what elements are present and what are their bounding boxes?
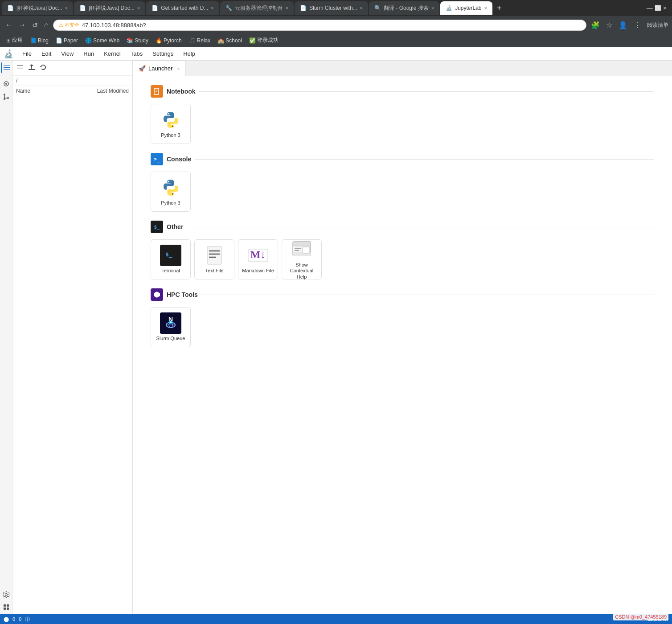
- browser-tab-3[interactable]: 📄 Get started with D... ×: [146, 1, 219, 15]
- tab2-close[interactable]: ×: [137, 5, 140, 11]
- console-divider: [195, 159, 654, 160]
- bookmark-paper[interactable]: 📄 Paper: [53, 37, 81, 45]
- forward-button[interactable]: →: [17, 19, 28, 31]
- file-list: [12, 96, 132, 614]
- menu-file[interactable]: File: [18, 49, 36, 59]
- contextual-help-card[interactable]: Show Contextual Help: [282, 239, 322, 279]
- reader-mode-label[interactable]: 阅读清单: [647, 21, 668, 29]
- bookmark-study[interactable]: 📚 Study: [124, 37, 151, 45]
- tab7-close[interactable]: ×: [484, 5, 487, 11]
- markdown-file-icon: M↓: [247, 245, 269, 266]
- tab7-label: JupyterLab: [455, 5, 481, 11]
- back-button[interactable]: ←: [4, 19, 14, 31]
- browser-tab-2[interactable]: 📄 [狂神说Java] Doc... ×: [74, 1, 145, 15]
- browser-tab-5[interactable]: 📄 Slurm Cluster with... ×: [295, 1, 368, 15]
- bookmarks-bar: ⊞ 应用 📘 Blog 📄 Paper 🌐 Some Web 📚 Study 🔥…: [0, 34, 672, 47]
- bookmark-some-web[interactable]: 🌐 Some Web: [82, 37, 122, 45]
- tab5-label: Slurm Cluster with...: [309, 5, 357, 11]
- profile-button[interactable]: 👤: [617, 19, 629, 31]
- status-bar: ⬤ 0 0 ⓘ Launcher: [0, 614, 672, 624]
- paper-icon: 📄: [56, 37, 62, 44]
- sidebar-extension-icon[interactable]: [1, 602, 12, 612]
- python3-notebook-icon: [160, 109, 181, 131]
- tab3-close[interactable]: ×: [211, 5, 213, 11]
- tab1-label: [狂神说Java] Doc...: [16, 4, 62, 12]
- python3-notebook-card[interactable]: Python 3: [151, 104, 191, 144]
- sidebar-git-icon[interactable]: [1, 91, 12, 102]
- browser-tab-6[interactable]: 🔍 翻译 - Google 搜索 ×: [369, 1, 439, 15]
- text-file-label: Text File: [205, 268, 224, 274]
- tab2-label: [狂神说Java] Doc...: [89, 4, 135, 12]
- menu-view[interactable]: View: [57, 49, 78, 59]
- sidebar-files-icon[interactable]: [1, 62, 12, 73]
- login-label: 登录成功: [257, 37, 279, 44]
- python3-console-card[interactable]: Python 3: [151, 172, 191, 212]
- text-file-card[interactable]: Text File: [194, 239, 234, 279]
- status-zero1: 0: [12, 616, 15, 622]
- hpc-section-icon: [151, 288, 163, 301]
- svg-point-36: [170, 321, 172, 323]
- tab7-favicon: 🔬: [446, 5, 452, 11]
- browser-tab-7[interactable]: 🔬 JupyterLab ×: [440, 1, 492, 15]
- svg-rect-7: [7, 608, 9, 610]
- tab-bar: 📄 [狂神说Java] Doc... × 📄 [狂神说Java] Doc... …: [0, 0, 672, 16]
- svg-rect-4: [4, 604, 6, 607]
- menu-settings[interactable]: Settings: [148, 49, 178, 59]
- bookmark-login[interactable]: ✅ 登录成功: [246, 36, 281, 45]
- menu-kernel[interactable]: Kernel: [99, 49, 125, 59]
- tab5-close[interactable]: ×: [360, 5, 363, 11]
- menu-edit[interactable]: Edit: [37, 49, 56, 59]
- console-section-header: >_ Console: [151, 153, 654, 165]
- upload-button[interactable]: [27, 62, 37, 74]
- menu-help[interactable]: Help: [179, 49, 200, 59]
- sidebar-settings-icon[interactable]: [1, 589, 12, 600]
- some-web-icon: 🌐: [85, 37, 92, 44]
- extensions-button[interactable]: 🧩: [589, 19, 602, 31]
- svg-rect-5: [7, 604, 9, 607]
- address-bar[interactable]: ⚠ 不安全 47.100.103.48:8888/lab?: [53, 20, 586, 31]
- markdown-file-card[interactable]: M↓ Markdown File: [238, 239, 278, 279]
- name-column-header: Name: [16, 88, 75, 94]
- svg-marker-29: [154, 291, 160, 298]
- svg-rect-6: [4, 608, 6, 610]
- bookmark-school[interactable]: 🏫 School: [215, 37, 245, 45]
- hpc-divider: [201, 295, 654, 295]
- close-button[interactable]: ×: [663, 4, 667, 12]
- tab6-close[interactable]: ×: [431, 5, 434, 11]
- terminal-icon: $_: [160, 245, 181, 266]
- new-folder-button[interactable]: [15, 62, 25, 74]
- bookmark-apps[interactable]: ⊞ 应用: [4, 36, 25, 45]
- notebook-section-title: Notebook: [167, 88, 196, 95]
- bookmark-button[interactable]: ☆: [604, 19, 614, 31]
- bookmark-relax[interactable]: 🎵 Relax: [186, 37, 213, 45]
- menu-run[interactable]: Run: [79, 49, 98, 59]
- tab4-close[interactable]: ×: [286, 5, 288, 11]
- launcher-tab-close[interactable]: ×: [177, 66, 180, 71]
- browser-tab-1[interactable]: 📄 [狂神说Java] Doc... ×: [2, 1, 73, 15]
- jupyterlab-app: 🔬 File Edit View Run Kernel Tabs Setting…: [0, 47, 672, 624]
- blog-icon: 📘: [30, 37, 37, 44]
- refresh-button[interactable]: [38, 62, 48, 74]
- sidebar-running-icon[interactable]: [1, 78, 12, 89]
- bookmark-blog[interactable]: 📘 Blog: [27, 37, 51, 45]
- file-panel: / Name Last Modified: [12, 61, 133, 614]
- settings-menu-button[interactable]: ⋮: [632, 19, 643, 31]
- menu-tabs[interactable]: Tabs: [126, 49, 147, 59]
- svg-point-1: [5, 83, 7, 85]
- url-text: 47.100.103.48:8888/lab?: [82, 22, 146, 29]
- other-section-title: Other: [167, 223, 183, 230]
- tab1-close[interactable]: ×: [65, 5, 68, 11]
- terminal-card[interactable]: $_ Terminal: [151, 239, 191, 279]
- launcher-tab-icon: 🚀: [139, 65, 146, 72]
- browser-tab-4[interactable]: 🔧 云服务器管理控制台 ×: [220, 1, 294, 15]
- notebook-section-icon: [151, 85, 163, 98]
- new-tab-button[interactable]: +: [493, 4, 505, 13]
- bookmark-pytorch[interactable]: 🔥 Pytorch: [153, 37, 184, 45]
- minimize-button[interactable]: —: [647, 4, 653, 12]
- restore-button[interactable]: ⬜: [655, 5, 661, 11]
- home-button[interactable]: ⌂: [42, 19, 50, 31]
- slurm-queue-card[interactable]: N Slurm Queue: [151, 307, 191, 347]
- reload-button[interactable]: ↺: [30, 19, 40, 31]
- file-list-header: Name Last Modified: [12, 86, 132, 96]
- launcher-tab[interactable]: 🚀 Launcher ×: [133, 61, 186, 76]
